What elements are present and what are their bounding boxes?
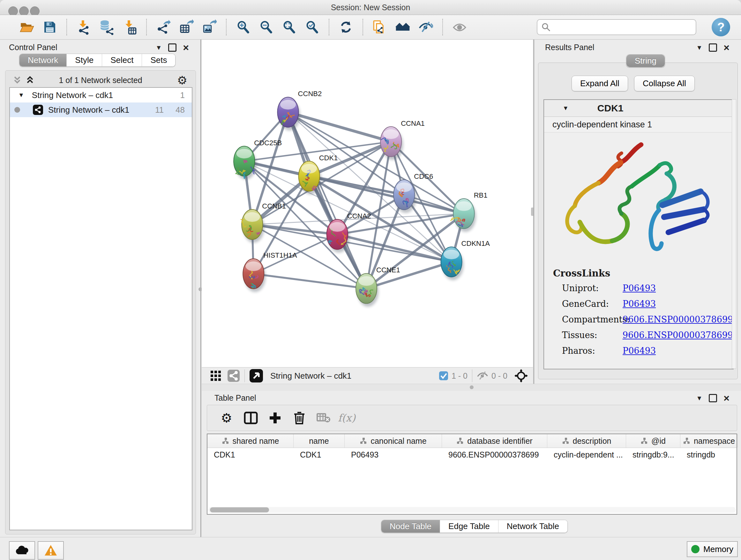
table-cell[interactable]: cyclin-dependent ... <box>547 448 626 461</box>
zoom-in-button[interactable] <box>234 18 253 37</box>
zoom-selected-button[interactable] <box>303 18 321 37</box>
table-cell[interactable]: CDK1 <box>293 448 345 461</box>
show-columns-button[interactable] <box>241 408 261 428</box>
expand-all-button[interactable]: Expand All <box>571 76 628 91</box>
column-header-canonical-name[interactable]: canonical name <box>345 434 442 448</box>
tab-node-table[interactable]: Node Table <box>381 520 440 533</box>
network-node-CCNA2[interactable] <box>327 219 349 253</box>
network-node-CDKN1A[interactable] <box>441 247 463 280</box>
apply-layout-button[interactable] <box>337 18 355 37</box>
hide-selected-button[interactable] <box>416 18 435 37</box>
tab-network-table[interactable]: Network Table <box>498 520 567 533</box>
horizontal-splitter[interactable] <box>202 384 741 391</box>
import-table-from-file-button[interactable] <box>120 18 139 37</box>
panel-menu-icon[interactable]: ▼ <box>696 395 703 402</box>
column-header-name[interactable]: name <box>293 434 345 448</box>
new-network-from-selection-button[interactable] <box>370 18 389 37</box>
crosslink-label: Uniprot: <box>562 283 623 293</box>
tab-sets[interactable]: Sets <box>142 54 175 66</box>
table-row[interactable]: CDK1CDK1P064939606.ENSP00000378699cyclin… <box>207 448 737 461</box>
panel-menu-icon[interactable]: ▼ <box>696 44 703 51</box>
export-image-button[interactable] <box>200 18 219 37</box>
close-window-button[interactable] <box>8 6 18 16</box>
results-scrollbar[interactable] <box>732 99 736 369</box>
panel-close-icon[interactable]: × <box>183 44 189 51</box>
delete-table-button[interactable] <box>314 408 333 428</box>
network-edge-HIST1H1A-CCNE1[interactable] <box>253 273 366 288</box>
column-header-label: description <box>573 436 611 446</box>
zoom-fit-button[interactable] <box>280 18 298 37</box>
crosslink-pharos-link[interactable]: P06493 <box>623 346 656 356</box>
table-horizontal-scrollbar[interactable] <box>208 507 736 513</box>
collapse-all-button[interactable]: Collapse All <box>634 76 695 91</box>
table-cell[interactable]: stringdb:9... <box>626 448 680 461</box>
network-canvas[interactable]: CCNB2CCNA1CDC25BCDK1CDC6RB1CCNB1CCNA2CDK… <box>202 40 533 367</box>
table-cell[interactable]: P06493 <box>345 448 442 461</box>
search-input[interactable] <box>551 22 696 32</box>
export-table-button[interactable] <box>177 18 196 37</box>
network-options-gear-icon[interactable]: ⚙ <box>177 74 187 87</box>
hidden-eye-slash-icon[interactable] <box>477 370 488 381</box>
network-edge-CCNB2-CCNE1[interactable] <box>288 112 366 288</box>
panel-float-icon[interactable] <box>709 394 717 402</box>
minimize-window-button[interactable] <box>19 6 29 16</box>
crosslink-uniprot-link[interactable]: P06493 <box>623 283 656 293</box>
tree-expand-icon[interactable]: ▼ <box>18 91 24 99</box>
crosslink-genecard-link[interactable]: P06493 <box>623 299 656 309</box>
tab-style[interactable]: Style <box>67 54 102 66</box>
column-header-namespace[interactable]: namespace <box>680 434 738 448</box>
tab-network[interactable]: Network <box>19 54 67 66</box>
table-settings-button[interactable]: ⚙ <box>217 408 237 428</box>
save-session-button[interactable] <box>41 18 59 37</box>
delete-column-button[interactable] <box>289 408 309 428</box>
import-network-from-file-button[interactable] <box>74 18 93 37</box>
import-network-from-database-button[interactable] <box>97 18 116 37</box>
table-toolbar: ⚙ f(x) <box>207 405 737 431</box>
tab-string[interactable]: String <box>626 55 665 67</box>
export-network-button[interactable] <box>154 18 173 37</box>
first-neighbors-button[interactable] <box>394 18 412 37</box>
column-header-description[interactable]: description <box>547 434 626 448</box>
network-node-CCNE1[interactable] <box>356 273 379 307</box>
view-grid-icon[interactable] <box>210 370 221 381</box>
network-node-CCNB2[interactable] <box>277 97 300 130</box>
memory-button[interactable]: Memory <box>687 541 738 557</box>
table-cell[interactable]: CDK1 <box>207 448 293 461</box>
panel-float-icon[interactable] <box>168 44 177 52</box>
network-collection-row[interactable]: ▼ String Network – cdk1 1 <box>10 88 192 103</box>
crosslink-tissues-link[interactable]: 9606.ENSP00000378699 <box>623 330 733 340</box>
warning-status-button[interactable] <box>38 541 64 560</box>
table-cell[interactable]: 9606.ENSP00000378699 <box>442 448 547 461</box>
function-builder-button[interactable]: f(x) <box>338 412 355 424</box>
view-network-icon[interactable] <box>227 369 240 382</box>
panel-float-icon[interactable] <box>709 44 717 52</box>
section-collapse-icon[interactable]: ▼ <box>562 105 569 112</box>
network-node-CCNB1[interactable] <box>241 209 265 243</box>
help-button[interactable]: ? <box>712 18 730 37</box>
birdseye-crosshair-icon[interactable] <box>515 369 528 382</box>
scrollbar-thumb[interactable] <box>210 507 269 512</box>
selected-checkbox-icon[interactable] <box>439 371 448 381</box>
network-row-selected[interactable]: String Network – cdk1 11 48 <box>10 103 192 117</box>
network-node-HIST1H1A[interactable] <box>243 259 266 292</box>
column-header-shared-name[interactable]: shared name <box>207 434 293 448</box>
panel-close-icon[interactable]: × <box>724 395 730 401</box>
column-header-database-identifier[interactable]: database identifier <box>442 434 547 448</box>
panel-close-icon[interactable]: × <box>724 44 730 51</box>
table-cell[interactable]: stringdb <box>680 448 738 461</box>
open-session-button[interactable] <box>17 18 36 37</box>
add-column-button[interactable] <box>265 408 285 428</box>
panel-menu-icon[interactable]: ▼ <box>156 44 162 51</box>
protein-section-header[interactable]: ▼ CDK1 <box>544 100 733 117</box>
horizontal-splitter-handle[interactable] <box>470 385 474 389</box>
show-all-button[interactable] <box>450 18 469 37</box>
cloud-status-button[interactable] <box>9 541 35 560</box>
zoom-window-button[interactable] <box>30 6 40 16</box>
crosslink-compartments-link[interactable]: 9606.ENSP00000378699 <box>623 314 733 324</box>
zoom-out-button[interactable] <box>257 18 275 37</box>
detach-view-icon[interactable] <box>249 369 263 383</box>
column-header--id[interactable]: @id <box>626 434 680 448</box>
tab-select[interactable]: Select <box>102 54 142 66</box>
tab-edge-table[interactable]: Edge Table <box>440 520 498 533</box>
search-box <box>537 19 696 35</box>
